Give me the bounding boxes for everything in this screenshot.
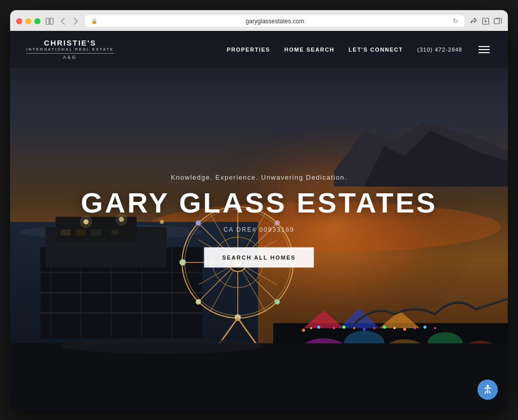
website: CHRISTIE'S INTERNATIONAL REAL ESTATE A&G… bbox=[10, 31, 508, 410]
svg-point-64 bbox=[363, 328, 366, 331]
svg-point-61 bbox=[333, 327, 335, 329]
nav-item-lets-connect[interactable]: LET'S CONNECT bbox=[349, 47, 403, 53]
svg-point-59 bbox=[310, 327, 312, 329]
svg-point-40 bbox=[235, 315, 241, 321]
svg-point-58 bbox=[302, 329, 305, 332]
lock-icon: 🔒 bbox=[91, 18, 97, 24]
hero-dre: CA DRE# 00933169 bbox=[60, 226, 458, 233]
hamburger-menu-button[interactable] bbox=[477, 44, 492, 55]
reload-icon: ↻ bbox=[453, 17, 458, 25]
browser-window: 🔒 garyglassestates.com ↻ bbox=[10, 10, 508, 410]
sidebar-button[interactable] bbox=[46, 17, 54, 25]
svg-rect-78 bbox=[10, 344, 508, 410]
new-tab-button[interactable] bbox=[482, 17, 490, 25]
svg-point-45 bbox=[196, 300, 201, 305]
svg-point-69 bbox=[414, 327, 416, 329]
svg-point-43 bbox=[275, 300, 280, 305]
svg-point-60 bbox=[317, 326, 320, 329]
svg-rect-1 bbox=[50, 18, 53, 24]
share-button[interactable] bbox=[469, 17, 478, 25]
hamburger-line-1 bbox=[479, 46, 490, 47]
back-button[interactable] bbox=[59, 17, 67, 26]
windows-button[interactable] bbox=[494, 17, 502, 25]
svg-point-71 bbox=[434, 327, 436, 329]
svg-rect-3 bbox=[494, 19, 499, 24]
hero-subtitle: Knowledge. Experience. Unwavering Dedica… bbox=[60, 173, 458, 181]
address-bar[interactable]: 🔒 garyglassestates.com ↻ bbox=[85, 15, 464, 27]
svg-point-68 bbox=[403, 328, 406, 331]
forward-button[interactable] bbox=[72, 17, 80, 26]
logo-christies-text: CHRISTIE'S bbox=[44, 39, 97, 48]
svg-point-80 bbox=[487, 385, 489, 388]
logo-akg-text: A&G bbox=[63, 55, 77, 60]
svg-point-63 bbox=[353, 327, 355, 329]
traffic-light-red[interactable] bbox=[16, 18, 22, 24]
hero-content: Knowledge. Experience. Unwavering Dedica… bbox=[60, 173, 458, 268]
logo: CHRISTIE'S INTERNATIONAL REAL ESTATE A&G bbox=[26, 39, 114, 60]
hamburger-line-2 bbox=[479, 49, 490, 50]
nav-item-properties[interactable]: PROPERTIES bbox=[227, 47, 270, 53]
svg-point-70 bbox=[423, 326, 426, 329]
nav-item-home-search[interactable]: HOME SEARCH bbox=[284, 47, 334, 53]
svg-point-79 bbox=[61, 339, 263, 354]
traffic-light-green[interactable] bbox=[34, 18, 40, 24]
svg-point-67 bbox=[394, 327, 396, 329]
hamburger-line-3 bbox=[479, 52, 490, 53]
browser-chrome: 🔒 garyglassestates.com ↻ bbox=[10, 10, 508, 31]
svg-rect-0 bbox=[46, 18, 49, 24]
traffic-lights bbox=[16, 18, 40, 24]
nav-phone: (310) 472-2848 bbox=[417, 47, 462, 53]
browser-actions bbox=[469, 17, 502, 25]
accessibility-button[interactable] bbox=[478, 380, 498, 400]
logo-divider bbox=[26, 53, 114, 54]
navbar: CHRISTIE'S INTERNATIONAL REAL ESTATE A&G… bbox=[10, 31, 508, 68]
traffic-light-yellow[interactable] bbox=[25, 18, 31, 24]
search-all-homes-button[interactable]: SEARCH ALL HOMES bbox=[204, 247, 314, 268]
svg-point-62 bbox=[342, 326, 346, 329]
nav-links: PROPERTIES HOME SEARCH LET'S CONNECT (31… bbox=[227, 44, 492, 55]
logo-intl-text: INTERNATIONAL REAL ESTATE bbox=[26, 48, 114, 52]
hero-title: GARY GLASS ESTATES bbox=[60, 187, 458, 218]
svg-point-65 bbox=[373, 327, 375, 329]
url-text: garyglassestates.com bbox=[100, 18, 450, 25]
svg-point-66 bbox=[383, 326, 386, 329]
